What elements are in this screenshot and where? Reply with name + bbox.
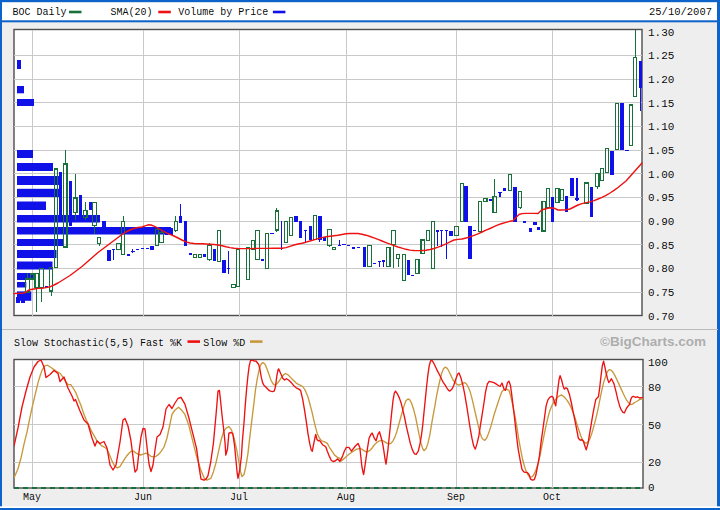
svg-text:0.70: 0.70 <box>648 311 674 323</box>
svg-text:Oct: Oct <box>543 492 561 503</box>
svg-text:1.10: 1.10 <box>648 121 674 133</box>
svg-text:80: 80 <box>648 382 661 394</box>
svg-text:May: May <box>23 492 41 503</box>
svg-text:25/10/2007: 25/10/2007 <box>649 6 712 18</box>
svg-text:Sep: Sep <box>447 492 465 503</box>
svg-text:0: 0 <box>648 482 655 494</box>
svg-text:50: 50 <box>648 420 661 432</box>
svg-text:0.85: 0.85 <box>648 240 674 252</box>
svg-text:1.25: 1.25 <box>648 50 674 62</box>
svg-text:100: 100 <box>648 357 668 369</box>
svg-text:1.05: 1.05 <box>648 145 674 157</box>
svg-text:Jul: Jul <box>230 492 248 503</box>
svg-text:0.75: 0.75 <box>648 287 674 299</box>
svg-text:Aug: Aug <box>337 492 355 503</box>
svg-text:©BigCharts.com: ©BigCharts.com <box>600 334 706 349</box>
svg-text:1.15: 1.15 <box>648 98 674 110</box>
svg-text:0.95: 0.95 <box>648 192 674 204</box>
svg-text:20: 20 <box>648 457 661 469</box>
svg-text:0.80: 0.80 <box>648 263 674 275</box>
svg-text:1.30: 1.30 <box>648 27 674 39</box>
svg-text:1.20: 1.20 <box>648 74 674 86</box>
svg-text:Slow %D: Slow %D <box>203 338 245 349</box>
svg-text:Jun: Jun <box>134 492 152 503</box>
svg-text:1.00: 1.00 <box>648 169 674 181</box>
svg-text:SMA(20): SMA(20) <box>110 7 152 18</box>
svg-text:BOC Daily: BOC Daily <box>13 7 67 18</box>
svg-text:0.90: 0.90 <box>648 216 674 228</box>
svg-text:Slow Stochastic(5,5) Fast %K: Slow Stochastic(5,5) Fast %K <box>14 338 182 349</box>
svg-text:Volume by Price: Volume by Price <box>178 7 268 18</box>
